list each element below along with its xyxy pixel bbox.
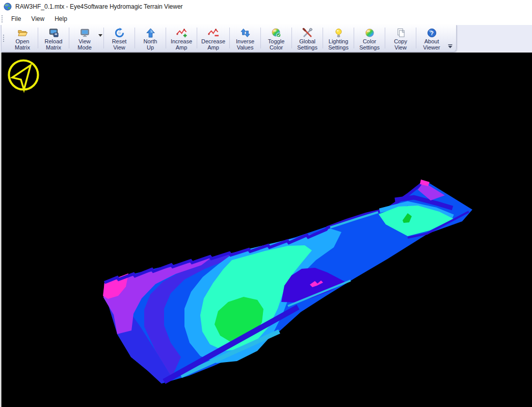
inverse-values-button[interactable]: Inverse Values (230, 25, 260, 52)
button-label: Amp (176, 44, 188, 50)
button-label: Values (237, 44, 254, 50)
global-settings-button[interactable]: Global Settings (292, 25, 322, 52)
toolbar-overflow-icon (448, 44, 453, 48)
question-circle-icon: ? (427, 28, 437, 38)
monitor-floppy-icon (48, 28, 59, 38)
button-label: Color (270, 44, 283, 50)
button-label: Inverse (236, 38, 254, 44)
terrain-surface (103, 180, 472, 384)
monitor-icon (79, 28, 90, 38)
terrain-viewport[interactable] (0, 53, 532, 407)
title-bar[interactable]: RAW3HF_0.1.mtx - Eye4Software Hydromagic… (0, 0, 532, 13)
button-label: Up (147, 44, 154, 50)
toolbar-separator (260, 28, 261, 48)
app-window: { "window": { "title": "RAW3HF_0.1.mtx -… (0, 0, 532, 407)
toggle-color-button[interactable]: Toggle Color (261, 25, 291, 52)
color-sphere-icon (364, 28, 375, 38)
toolbar-separator (385, 28, 385, 48)
button-label: Matrix (15, 44, 30, 50)
app-globe-icon (4, 3, 12, 11)
zigzag-plus-icon (176, 28, 187, 38)
button-label: Reload (45, 38, 63, 44)
menu-view[interactable]: View (26, 13, 49, 24)
lightbulb-icon (333, 28, 344, 38)
button-label: View (78, 38, 91, 44)
window-title: RAW3HF_0.1.mtx - Eye4Software Hydromagic… (15, 3, 183, 10)
increase-amp-button[interactable]: Increase Amp (167, 25, 196, 52)
menu-help[interactable]: Help (49, 13, 72, 24)
button-label: Matrix (46, 44, 61, 50)
toolbar-grip[interactable] (3, 35, 6, 42)
button-label: View (394, 44, 407, 50)
button-label: Copy (394, 38, 407, 44)
button-label: Settings (328, 44, 349, 50)
button-label: Color (363, 38, 376, 44)
button-label: View (113, 44, 125, 50)
toolbar-separator (103, 28, 104, 48)
about-viewer-button[interactable]: ? About Viewer (417, 25, 446, 52)
decrease-amp-button[interactable]: Decrease Amp (198, 25, 229, 52)
lighting-settings-button[interactable]: Lighting Settings (324, 25, 353, 52)
button-label: Open (16, 38, 30, 44)
view-mode-button[interactable]: View Mode (70, 25, 103, 52)
open-matrix-button[interactable]: Open Matrix (8, 25, 37, 52)
button-label: About (424, 38, 439, 44)
toolbar-separator (197, 28, 197, 48)
button-label: North (144, 38, 157, 44)
toolbar-separator (135, 28, 135, 48)
toolbar-band: Open Matrix Reload Matrix (0, 25, 532, 53)
compass-north-arrow (9, 61, 38, 90)
toolbar-separator (69, 28, 69, 48)
copy-pages-icon (395, 28, 406, 38)
color-sphere-check-icon (271, 28, 282, 38)
button-label: Lighting (329, 38, 349, 44)
toolbar-separator (38, 28, 38, 48)
toolbar-separator (229, 28, 230, 48)
color-settings-button[interactable]: Color Settings (355, 25, 384, 52)
button-label: Reset (112, 38, 127, 44)
button-label: Amp (207, 44, 219, 50)
reset-view-button[interactable]: Reset View (104, 25, 134, 52)
view-mode-dropdown-icon[interactable] (98, 30, 102, 39)
menu-file[interactable]: File (6, 13, 26, 24)
toolbar-overflow-button[interactable] (446, 25, 455, 52)
button-label: Mode (77, 44, 92, 50)
copy-view-button[interactable]: Copy View (386, 25, 415, 52)
circular-arrow-icon (114, 28, 125, 38)
reload-matrix-button[interactable]: Reload Matrix (39, 25, 68, 52)
toolbar-separator (416, 28, 416, 48)
button-label: Increase (171, 38, 192, 44)
button-label: Viewer (423, 44, 440, 50)
arrows-up-down-icon (240, 28, 251, 38)
button-label: Global (299, 38, 315, 44)
north-up-button[interactable]: North Up (136, 25, 165, 52)
button-label: Settings (359, 44, 380, 50)
toolbar-separator (166, 28, 166, 48)
menubar-grip[interactable] (2, 15, 4, 22)
button-label: Decrease (201, 38, 225, 44)
open-folder-icon (17, 28, 28, 38)
svg-text:?: ? (430, 30, 434, 36)
crossed-tools-icon (302, 28, 313, 38)
button-label: Toggle (268, 38, 284, 44)
toolbar: Open Matrix Reload Matrix (1, 25, 457, 52)
toolbar-separator (323, 28, 323, 48)
button-label: Settings (297, 44, 317, 50)
window-left-border[interactable] (0, 53, 2, 407)
toolbar-separator (291, 28, 292, 48)
terrain-3d-view[interactable] (0, 53, 532, 407)
toolbar-separator (354, 28, 354, 48)
zigzag-minus-icon (208, 28, 219, 38)
arrow-up-icon (145, 28, 156, 38)
menu-bar: File View Help (0, 13, 532, 25)
